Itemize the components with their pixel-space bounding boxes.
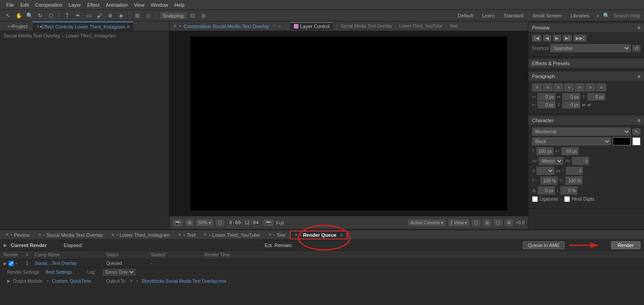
font-style-select[interactable]: Black [532,137,611,145]
tab-menu-icon[interactable]: ≡ [340,232,343,238]
tab-lower-third-ig[interactable]: ✕ ▪ Lower Third_Instagram [107,231,173,239]
paragraph-menu-icon[interactable]: ≡ [638,74,640,79]
tab-project-close-icon[interactable]: ✕ [7,24,11,29]
view-select[interactable]: 1 View ▾ [448,219,470,226]
align-justify-btn[interactable]: ≡ [564,83,574,91]
output-file-link[interactable]: Storyblocks Social Media Text Overlay.mo… [141,279,227,284]
indent-top-input[interactable] [587,93,605,100]
quality-label[interactable]: Full [276,220,284,226]
output-module-link[interactable]: Custom: QuickTime [52,279,91,284]
menu-layer[interactable]: Layer [66,1,84,8]
align-justify2-btn[interactable]: ≡ [575,83,585,91]
next-frame-btn[interactable]: ▶| [563,35,572,41]
tracking-select[interactable]: Metrics [539,157,563,165]
tab-close7-icon[interactable]: ✕ [294,232,298,237]
baseline-select[interactable]: - [537,167,554,175]
render-btn[interactable]: Render [611,241,640,249]
font-size-input[interactable] [537,147,553,155]
tab-peview[interactable]: ✕ ▪ Peview [2,231,33,239]
effect-controls-close-icon[interactable]: ✕ [36,25,40,29]
shortcut-select[interactable]: Spacebar [550,44,631,52]
active-camera-btn[interactable]: Active Camera ▾ [408,219,445,226]
space-after-input[interactable] [562,101,580,108]
ligatures-checkbox[interactable] [532,196,538,202]
indent-left-input[interactable] [537,93,555,100]
workspace-standard[interactable]: Standard [504,13,524,18]
eraser-tool[interactable]: ◈ [116,12,125,20]
overlay-btn[interactable]: ⊞ [483,219,491,226]
horiz-scale-input[interactable] [541,177,557,185]
workspace-default[interactable]: Default [458,13,473,18]
menu-help[interactable]: Help [172,1,187,8]
rotate-tool[interactable]: ↻ [36,12,45,20]
render-checkbox[interactable] [8,261,14,266]
tab-social-media[interactable]: ✕ ▪ Social Media Text Overlay [34,231,107,239]
snapshot-btn[interactable]: 📷 [173,219,183,226]
align-left-btn[interactable]: ≡ [532,83,542,91]
log-select[interactable]: Errors Only [103,269,136,276]
clone-tool[interactable]: ⊕ [106,12,115,20]
menu-effect[interactable]: Effect [84,1,102,8]
render-mode-btn[interactable]: ⬡ [494,219,502,226]
zoom-tool[interactable]: 🔍 [25,12,34,20]
workspace-learn[interactable]: Learn [482,13,495,18]
workspace-small-screen[interactable]: Small Screen [533,13,561,18]
menu-composition[interactable]: Composition [33,1,65,8]
best-settings-link[interactable]: Best Settings [46,270,72,275]
paint-tool[interactable]: 🖌 [95,12,104,20]
expand-icon[interactable]: ▶ [4,261,7,266]
base-offset-input[interactable] [561,186,578,194]
timecode-display[interactable]: 0:00:12:04 [227,219,261,226]
tab-render-queue[interactable]: ✕ ▪ Render Queue ≡ [290,231,347,239]
output-plus-icon[interactable]: + [130,279,133,284]
menu-animation[interactable]: Animation [103,1,130,8]
leading-input[interactable] [561,147,578,155]
snapping-label[interactable]: Snapping [160,12,186,19]
hand-tool[interactable]: ✋ [14,12,23,20]
cam-tool[interactable]: ⬡ [46,12,55,20]
tsume-input[interactable] [538,186,555,194]
pen-tool[interactable]: ✒ [74,12,83,20]
menu-view[interactable]: View [131,1,147,8]
expand-workspaces-icon[interactable]: » [596,13,599,18]
tab-text1[interactable]: ✕ ▪ Text [174,231,199,239]
tab-effect-controls[interactable]: ✕ ▪ Effect Controls Lower Third_Instagra… [33,21,133,31]
hindi-digits-checkbox[interactable] [564,196,570,202]
vert-scale-input[interactable] [566,177,582,185]
font-edit-btn[interactable]: ✎ [632,128,640,135]
stroke-color-swatch[interactable] [632,137,640,145]
preview-menu-icon[interactable]: ≡ [638,25,640,30]
puppet-tool[interactable]: ⊞ [133,12,142,20]
last-frame-btn[interactable]: ▶▶| [574,35,586,41]
align-center-btn[interactable]: ≡ [543,83,553,91]
tab-close2-icon[interactable]: ✕ [38,232,41,237]
search-icon[interactable]: 🔍 [603,12,610,19]
character-menu-icon[interactable]: ≡ [638,118,640,123]
queue-in-ame-btn[interactable]: Queue In AME [523,241,565,249]
search-help-input[interactable]: Search Help [613,13,640,18]
grid-btn[interactable]: ⊞ [186,219,194,226]
resolution-btn[interactable]: ⬡ [216,219,224,226]
vert-shift-input[interactable] [566,167,583,175]
snap-toggle[interactable]: ⊡ [188,12,197,20]
comp-name-tab[interactable]: Social Media Text Overlay [213,24,269,29]
tab-text2[interactable]: ✕ ▪ Text [264,231,289,239]
tab-close3-icon[interactable]: ✕ [111,232,115,237]
indent-first-input[interactable] [537,101,555,108]
kerning-input[interactable] [572,157,589,165]
align-justify3-btn[interactable]: ≡ [586,83,595,91]
comp-size-btn[interactable]: ⬡ [472,219,480,226]
motion-blur[interactable]: ◎ [199,12,208,20]
arrow-tool[interactable]: ↖ [4,12,12,20]
exposure-btn[interactable]: ⊕ [505,219,513,226]
align-justify4-btn[interactable]: ≡ [596,83,606,91]
layer-control-tab[interactable]: Layer Control [290,22,333,30]
text-tool[interactable]: T [63,12,72,20]
menu-window[interactable]: Window [148,1,171,8]
shortcut-reset-btn[interactable]: ↺ [632,45,640,52]
menu-file[interactable]: File [4,1,17,8]
tab-project[interactable]: ✕ ▪ Project [4,21,31,31]
font-family-select[interactable]: Montserrat [532,128,631,136]
zoom-select[interactable]: 50% ▾ [196,219,213,226]
tab-close6-icon[interactable]: ✕ [268,232,272,237]
